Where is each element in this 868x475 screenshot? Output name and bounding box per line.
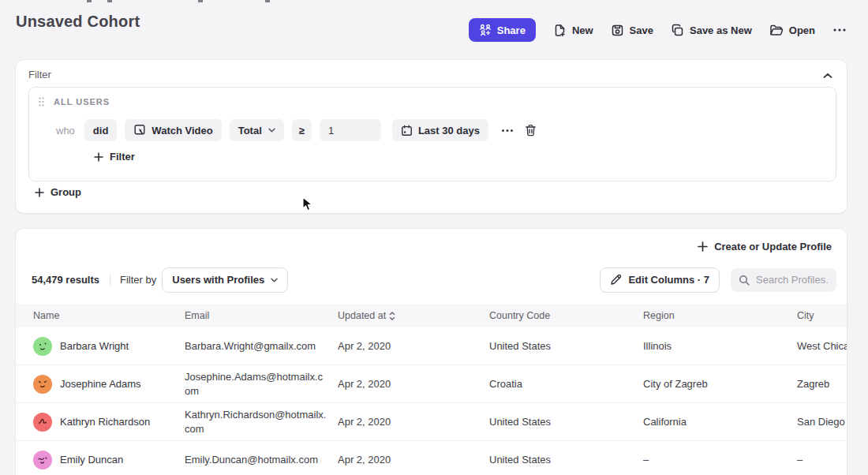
did-selector[interactable]: did bbox=[84, 119, 118, 141]
save-button[interactable]: Save bbox=[611, 24, 653, 37]
search-profiles[interactable] bbox=[731, 268, 836, 292]
operator-selector[interactable]: ≥ bbox=[292, 119, 312, 141]
add-filter-label: Filter bbox=[110, 151, 135, 163]
chevron-down-icon bbox=[271, 278, 278, 282]
create-or-update-profile-label: Create or Update Profile bbox=[714, 241, 832, 252]
profile-country-code: United States bbox=[489, 454, 643, 466]
clipped-text-remnant bbox=[265, 0, 270, 2]
table-row[interactable]: Kathryn Richardson Kathryn.Richardson@ho… bbox=[16, 403, 847, 441]
add-group-label: Group bbox=[51, 186, 81, 198]
profile-name: Barbara Wright bbox=[60, 340, 129, 352]
create-profile-row: Create or Update Profile bbox=[16, 229, 847, 264]
table-row[interactable]: Emily Duncan Emily.Duncan@hotmailx.com A… bbox=[16, 441, 847, 475]
event-label: Watch Video bbox=[152, 125, 212, 137]
column-header-updated-at[interactable]: Updated at bbox=[338, 310, 489, 321]
pencil-icon bbox=[610, 274, 622, 286]
column-header-country-code[interactable]: Country Code bbox=[489, 310, 643, 321]
avatar-face-icon bbox=[33, 451, 52, 469]
profile-updated-at: Apr 2, 2020 bbox=[338, 340, 489, 352]
profile-email: Kathryn.Richardson@hotmailx.com bbox=[185, 403, 331, 440]
event-selector[interactable]: Watch Video bbox=[125, 119, 221, 141]
value-text: 1 bbox=[328, 125, 334, 137]
delete-filter-button[interactable] bbox=[523, 122, 538, 138]
drag-handle-icon[interactable] bbox=[39, 97, 44, 107]
plus-icon bbox=[35, 188, 44, 197]
date-range-selector[interactable]: Last 30 days bbox=[392, 119, 488, 141]
profile-region: – bbox=[643, 454, 797, 466]
column-header-city[interactable]: City bbox=[797, 310, 847, 321]
event-screen-cursor-icon bbox=[133, 124, 146, 137]
profile-name-cell: Josephine Adams bbox=[33, 375, 185, 394]
row-more-options-button[interactable] bbox=[499, 127, 515, 134]
operator-label: ≥ bbox=[299, 125, 305, 137]
avatar bbox=[33, 413, 52, 432]
column-header-name[interactable]: Name bbox=[33, 310, 185, 321]
behavior-filter-row: who did Watch Video Total bbox=[56, 119, 538, 141]
collapse-filter-button[interactable] bbox=[820, 66, 836, 84]
group-title: ALL USERS bbox=[54, 97, 110, 107]
who-label: who bbox=[56, 125, 75, 137]
divider bbox=[110, 274, 110, 286]
filter-by-dropdown[interactable]: Users with Profiles bbox=[162, 267, 288, 293]
edit-columns-label: Edit Columns · 7 bbox=[628, 274, 709, 286]
table-body: Barbara Wright Barbara.Wright@gmailx.com… bbox=[16, 327, 847, 475]
filter-panel: Filter ALL USERS who did bbox=[16, 60, 847, 213]
new-document-icon bbox=[553, 24, 567, 37]
search-icon bbox=[739, 275, 750, 286]
profile-name: Kathryn Richardson bbox=[60, 416, 150, 428]
profile-region: California bbox=[643, 416, 797, 428]
column-header-email[interactable]: Email bbox=[185, 310, 338, 321]
profile-name-cell: Barbara Wright bbox=[33, 337, 185, 356]
sort-arrows-icon bbox=[389, 312, 395, 320]
value-input[interactable]: 1 bbox=[320, 119, 381, 141]
profile-city: San Diego bbox=[797, 416, 847, 428]
share-people-icon bbox=[479, 24, 492, 36]
save-as-new-button[interactable]: Save as New bbox=[671, 24, 752, 37]
table-row[interactable]: Barbara Wright Barbara.Wright@gmailx.com… bbox=[16, 327, 847, 365]
column-header-region[interactable]: Region bbox=[643, 310, 797, 321]
avatar bbox=[33, 337, 52, 356]
profile-city: West Chicago bbox=[797, 340, 847, 352]
clipped-text-remnant bbox=[198, 0, 203, 2]
avatar bbox=[33, 451, 52, 469]
all-users-group: ALL USERS who did Watch Video bbox=[28, 87, 836, 181]
filter-panel-title: Filter bbox=[28, 69, 51, 80]
profile-email: Emily.Duncan@hotmailx.com bbox=[185, 448, 331, 472]
profile-email: Barbara.Wright@gmailx.com bbox=[185, 335, 331, 358]
chevron-down-icon bbox=[268, 128, 275, 133]
ellipsis-icon bbox=[832, 28, 847, 32]
profile-city: – bbox=[797, 454, 847, 466]
table-header-row: Name Email Updated at Country Code Regio… bbox=[16, 304, 847, 327]
share-button[interactable]: Share bbox=[469, 18, 536, 42]
plus-icon bbox=[94, 152, 103, 162]
create-or-update-profile-button[interactable]: Create or Update Profile bbox=[698, 241, 832, 252]
table-row[interactable]: Josephine Adams Josephine.Adams@hotmailx… bbox=[16, 365, 847, 403]
edit-columns-button[interactable]: Edit Columns · 7 bbox=[600, 267, 720, 293]
new-button[interactable]: New bbox=[553, 24, 593, 37]
table-toolbar: 54,479 results Filter by Users with Prof… bbox=[16, 264, 847, 296]
results-count: 54,479 results bbox=[32, 274, 99, 286]
profile-email: Josephine.Adams@hotmailx.com bbox=[185, 365, 331, 402]
more-actions-button[interactable] bbox=[832, 28, 847, 32]
profile-country-code: United States bbox=[489, 416, 643, 428]
calendar-icon bbox=[401, 125, 413, 137]
did-label: did bbox=[93, 125, 109, 137]
clipped-text-remnant bbox=[107, 0, 112, 2]
plus-icon bbox=[698, 241, 708, 252]
header-actions: Share New Save bbox=[469, 18, 847, 42]
ellipsis-icon bbox=[501, 129, 514, 133]
avatar-face-icon bbox=[33, 375, 52, 394]
sort-updated-at-button[interactable] bbox=[389, 312, 395, 320]
open-button[interactable]: Open bbox=[769, 24, 815, 37]
column-header-updated-at-label: Updated at bbox=[338, 310, 386, 321]
search-profiles-input[interactable] bbox=[756, 274, 829, 286]
add-group-button[interactable]: Group bbox=[35, 186, 81, 198]
profile-country-code: Croatia bbox=[489, 378, 643, 390]
aggregation-selector[interactable]: Total bbox=[230, 119, 284, 141]
filter-by-value: Users with Profiles bbox=[172, 274, 264, 286]
profile-updated-at: Apr 2, 2020 bbox=[338, 378, 489, 390]
profile-updated-at: Apr 2, 2020 bbox=[338, 454, 489, 466]
aggregation-label: Total bbox=[238, 125, 262, 137]
add-filter-button[interactable]: Filter bbox=[94, 151, 135, 163]
profile-name-cell: Kathryn Richardson bbox=[33, 413, 185, 432]
